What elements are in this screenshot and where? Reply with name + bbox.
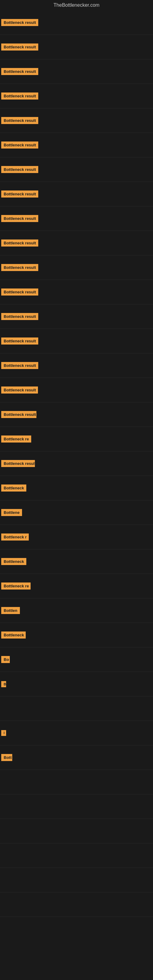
bottleneck-result-label[interactable]: Bottleneck — [1, 558, 26, 565]
bottleneck-result-label[interactable]: Bottleneck re — [1, 436, 31, 442]
bottleneck-result-label[interactable]: Bo — [1, 656, 10, 663]
list-item: Bottleneck result — [0, 108, 153, 133]
list-item — [0, 794, 153, 819]
bottleneck-result-label[interactable]: Bottleneck — [1, 632, 26, 638]
bottleneck-result-label[interactable]: Bottleneck result — [1, 460, 35, 467]
list-item: Bottleneck — [0, 623, 153, 648]
list-item: Bottlene — [0, 500, 153, 525]
list-item: Bottleneck result — [0, 207, 153, 231]
list-item: Bottleneck r — [0, 525, 153, 549]
list-item: Bottleneck result — [0, 402, 153, 427]
list-item: Bottleneck result — [0, 255, 153, 280]
bottleneck-result-label[interactable]: Bottlen — [1, 607, 20, 614]
bottleneck-result-label[interactable]: Bottleneck result — [1, 19, 38, 26]
list-item: B — [0, 672, 153, 697]
bottleneck-result-label[interactable]: Bottleneck result — [1, 264, 38, 271]
bottleneck-result-label[interactable]: Bott — [1, 754, 12, 761]
bottleneck-result-label[interactable]: Bottleneck result — [1, 337, 38, 345]
list-item: Bottleneck result — [0, 452, 153, 476]
list-item: I — [0, 721, 153, 745]
list-item: Bottleneck result — [0, 304, 153, 329]
list-item: Bott — [0, 745, 153, 770]
list-item: Bottleneck — [0, 549, 153, 574]
bottleneck-result-label[interactable]: I — [1, 730, 6, 736]
list-item: Bottleneck result — [0, 158, 153, 182]
bottleneck-result-label[interactable]: Bottleneck result — [1, 387, 38, 393]
list-item — [0, 770, 153, 794]
list-item — [0, 868, 153, 892]
list-item: Bottleneck result — [0, 353, 153, 378]
list-item — [0, 697, 153, 721]
bottleneck-result-label[interactable]: Bottleneck result — [1, 191, 38, 197]
list-item: Bottleneck result — [0, 378, 153, 402]
bottleneck-result-label[interactable]: Bottleneck result — [1, 43, 38, 51]
bottleneck-result-label[interactable]: Bottleneck — [1, 485, 26, 492]
list-item: Bottleneck result — [0, 10, 153, 35]
list-item: Bo — [0, 648, 153, 672]
bottleneck-result-label[interactable]: Bottleneck result — [1, 411, 37, 418]
bottleneck-result-label[interactable]: Bottleneck result — [1, 362, 38, 369]
list-item: Bottleneck result — [0, 182, 153, 207]
bottleneck-result-label[interactable]: Bottleneck result — [1, 215, 38, 222]
list-item: Bottleneck re — [0, 427, 153, 452]
list-item: Bottleneck result — [0, 35, 153, 59]
bottleneck-result-label[interactable]: Bottleneck result — [1, 68, 38, 75]
site-title: TheBottlenecker.com — [0, 0, 153, 10]
bottleneck-result-label[interactable]: Bottleneck result — [1, 117, 38, 124]
list-item: Bottleneck — [0, 476, 153, 500]
list-item — [0, 892, 153, 917]
bottleneck-result-label[interactable]: Bottleneck result — [1, 166, 38, 173]
list-item: Bottleneck result — [0, 84, 153, 108]
bottleneck-result-label[interactable]: Bottleneck result — [1, 313, 38, 320]
bottleneck-result-label[interactable]: Bottleneck result — [1, 92, 38, 100]
list-item: Bottleneck result — [0, 133, 153, 158]
bottleneck-result-label[interactable]: Bottleneck result — [1, 142, 38, 148]
bottleneck-result-label[interactable]: Bottleneck re — [1, 582, 30, 590]
bottleneck-result-label[interactable]: B — [1, 681, 6, 687]
list-item: Bottleneck result — [0, 59, 153, 84]
list-item — [0, 843, 153, 868]
list-item: Bottleneck re — [0, 574, 153, 598]
list-item: Bottleneck result — [0, 280, 153, 304]
list-item — [0, 819, 153, 843]
list-item: Bottlen — [0, 598, 153, 623]
list-item: Bottleneck result — [0, 329, 153, 353]
bottleneck-result-label[interactable]: Bottleneck result — [1, 240, 38, 247]
bottleneck-result-label[interactable]: Bottlene — [1, 509, 22, 516]
bottleneck-result-label[interactable]: Bottleneck r — [1, 533, 29, 541]
bottleneck-result-label[interactable]: Bottleneck result — [1, 288, 38, 296]
list-item: Bottleneck result — [0, 231, 153, 255]
